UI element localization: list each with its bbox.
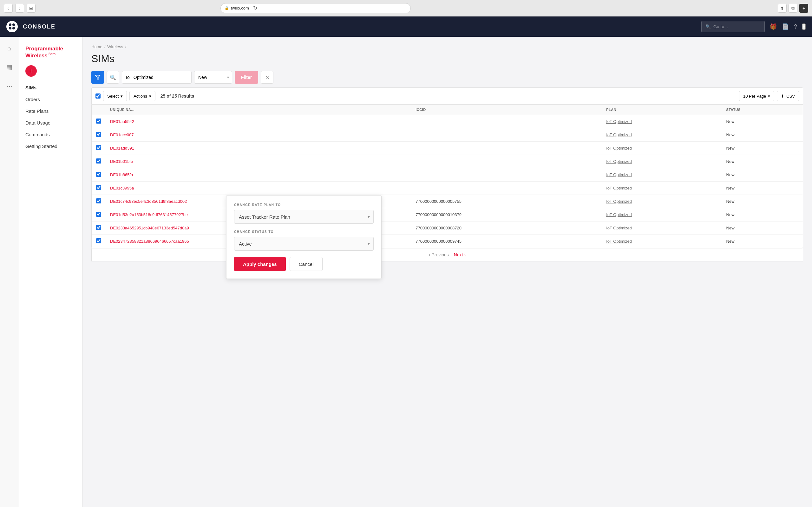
csv-download-button[interactable]: ⬇ CSV — [777, 91, 799, 101]
select-label: Select — [107, 94, 119, 99]
status-cell: New — [722, 115, 803, 128]
sim-link[interactable]: DE023472358821a886696466657caa1965 — [110, 239, 189, 244]
plan-link[interactable]: IoT Optimized — [606, 199, 632, 204]
breadcrumb: Home / Wireless / — [91, 44, 803, 49]
breadcrumb-sep-2: / — [125, 44, 126, 49]
breadcrumb-home[interactable]: Home — [91, 44, 102, 49]
account-chevron-btn[interactable]: ▾ — [802, 23, 806, 30]
new-tab-button[interactable]: ⧉ — [789, 4, 798, 13]
per-page-button[interactable]: 10 Per Page ▾ — [739, 91, 774, 101]
plan-link[interactable]: IoT Optimized — [606, 132, 632, 137]
status-cell: New — [722, 168, 803, 181]
sim-link[interactable]: DE01c3995a — [110, 186, 134, 190]
sim-link[interactable]: DE01b865fa — [110, 172, 133, 177]
sidebar-item-commands[interactable]: Commands — [19, 129, 82, 140]
plan-link[interactable]: IoT Optimized — [606, 239, 632, 244]
prev-chevron-icon: ‹ — [429, 252, 430, 257]
dots-icon-btn[interactable]: ⋯ — [3, 80, 16, 93]
next-chevron-icon: › — [464, 252, 466, 257]
row-checkbox[interactable] — [96, 118, 101, 124]
actions-dropdown-button[interactable]: Actions ▾ — [130, 91, 155, 101]
status-cell: New — [722, 222, 803, 235]
sidebar-item-getting-started[interactable]: Getting Started — [19, 140, 82, 152]
row-checkbox[interactable] — [96, 212, 101, 217]
reload-button[interactable]: ↻ — [251, 4, 260, 13]
extend-button[interactable]: + — [799, 4, 808, 13]
sidebar-item-rate-plans[interactable]: Rate Plans — [19, 105, 82, 117]
back-button[interactable]: ‹ — [4, 4, 13, 13]
logo-dot-2 — [12, 23, 15, 26]
sim-link[interactable]: DE0233a4652951cb948e67133ed547d0a9 — [110, 226, 189, 230]
row-checkbox[interactable] — [96, 199, 101, 204]
select-dropdown-button[interactable]: Select ▾ — [103, 91, 127, 101]
plan-link[interactable]: IoT Optimized — [606, 146, 632, 151]
gift-icon-btn[interactable]: 🎁 — [770, 23, 777, 30]
cancel-button[interactable]: Cancel — [290, 257, 323, 271]
iccid-cell — [411, 168, 602, 181]
sim-link[interactable]: DE01acc087 — [110, 132, 134, 137]
sidebar-item-orders[interactable]: Orders — [19, 94, 82, 105]
plan-link[interactable]: IoT Optimized — [606, 212, 632, 217]
sim-link[interactable]: DE01c74c93ec5e4c3d8561d9f8aeacd002 — [110, 199, 187, 204]
row-checkbox[interactable] — [96, 132, 101, 137]
add-button[interactable]: + — [26, 65, 37, 77]
actions-panel: CHANGE RATE PLAN TO Asset Tracker Rate P… — [226, 195, 382, 279]
table-row: DE01acc087 IoT Optimized New — [92, 128, 803, 142]
per-page-chevron-icon: ▾ — [768, 94, 770, 99]
filter-button[interactable]: Filter — [235, 71, 258, 83]
address-bar[interactable]: 🔒 twilio.com ↻ — [220, 3, 411, 13]
iccid-cell — [411, 128, 602, 142]
status-filter-wrapper: New Active Inactive — [194, 71, 232, 83]
grid-icon-btn[interactable]: ▦ — [3, 61, 16, 73]
previous-page-button[interactable]: ‹ Previous — [429, 252, 449, 257]
plan-link[interactable]: IoT Optimized — [606, 186, 632, 190]
row-checkbox[interactable] — [96, 225, 101, 230]
status-cell: New — [722, 142, 803, 155]
logo-inner — [9, 23, 15, 30]
filter-icon-button[interactable] — [91, 71, 104, 83]
filter-input[interactable] — [122, 71, 192, 83]
sim-link[interactable]: DE01d53e2a153b518c9df76314577927be — [110, 212, 188, 217]
status-select[interactable]: Active Inactive New — [234, 237, 374, 250]
home-icon-btn[interactable]: ⌂ — [3, 42, 16, 55]
nav-search[interactable]: 🔍 Go to... — [701, 21, 765, 32]
plan-link[interactable]: IoT Optimized — [606, 159, 632, 164]
sim-link[interactable]: DE01add391 — [110, 146, 134, 151]
row-checkbox[interactable] — [96, 238, 101, 243]
plan-link[interactable]: IoT Optimized — [606, 226, 632, 230]
iccid-cell: 77000000000000005755 — [411, 195, 602, 208]
sidebar-item-sims[interactable]: SIMs — [19, 82, 82, 94]
panel-actions: Apply changes Cancel — [234, 257, 374, 271]
search-filter-button[interactable]: 🔍 — [107, 71, 119, 83]
plan-link[interactable]: IoT Optimized — [606, 172, 632, 177]
share-button[interactable]: ⬆ — [778, 4, 786, 13]
select-all-checkbox[interactable] — [96, 94, 101, 99]
row-checkbox[interactable] — [96, 185, 101, 190]
next-page-button[interactable]: Next › — [454, 252, 466, 257]
apply-changes-button[interactable]: Apply changes — [234, 257, 286, 271]
row-checkbox[interactable] — [96, 145, 101, 150]
logo-dot-4 — [12, 27, 15, 30]
sidebar-item-data-usage[interactable]: Data Usage — [19, 117, 82, 129]
doc-icon-btn[interactable]: 📄 — [782, 23, 789, 30]
plan-link[interactable]: IoT Optimized — [606, 119, 632, 124]
iccid-cell — [411, 181, 602, 195]
rate-plan-select[interactable]: Asset Tracker Rate Plan IoT Optimized St… — [234, 210, 374, 224]
clear-filter-button[interactable]: ✕ — [261, 71, 273, 83]
brand-beta: Beta — [49, 52, 56, 56]
sim-link[interactable]: DE01b015fe — [110, 159, 133, 164]
status-cell: New — [722, 155, 803, 168]
table-row: DE01b015fe IoT Optimized New — [92, 155, 803, 168]
row-checkbox[interactable] — [96, 172, 101, 177]
lock-icon: 🔒 — [224, 6, 229, 10]
sim-link[interactable]: DE01aa5542 — [110, 119, 134, 124]
status-filter-select[interactable]: New Active Inactive — [194, 71, 232, 83]
sidebar-toggle-button[interactable]: ⊞ — [27, 4, 36, 13]
th-checkbox — [92, 105, 106, 115]
help-icon-btn[interactable]: ? — [794, 23, 797, 30]
brand-link[interactable]: Programmable WirelessBeta — [19, 43, 82, 65]
logo-dot-3 — [9, 27, 11, 30]
forward-button[interactable]: › — [15, 4, 24, 13]
breadcrumb-wireless[interactable]: Wireless — [107, 44, 123, 49]
row-checkbox[interactable] — [96, 158, 101, 164]
